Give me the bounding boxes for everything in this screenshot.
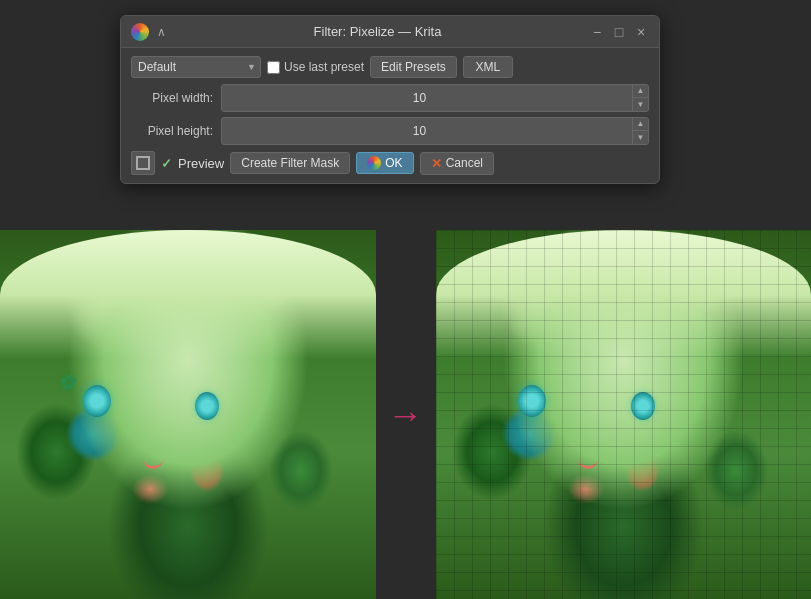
pixel-width-row: Pixel width: 10 ▲ ▼ [131, 84, 649, 112]
dialog-body: Default Custom Use last preset Edit Pres… [121, 48, 659, 183]
pixel-height-input[interactable]: 10 [222, 121, 632, 141]
filter-dialog: ∧ Filter: Pixelize — Krita − □ × Default… [120, 15, 660, 184]
original-image-panel: ✿ [0, 230, 376, 600]
pixelated-image [436, 230, 812, 600]
cancel-button[interactable]: ✕ Cancel [420, 152, 494, 175]
character-mouth-pixelated [578, 459, 598, 469]
xml-button[interactable]: XML [463, 56, 513, 78]
ok-label: OK [385, 156, 402, 170]
image-comparison-area: ✿ → [0, 230, 811, 599]
minimize-button[interactable]: − [589, 24, 605, 40]
pixel-width-up-button[interactable]: ▲ [633, 85, 648, 98]
pixel-height-row: Pixel height: 10 ▲ ▼ [131, 117, 649, 145]
right-arrow-icon: → [388, 394, 424, 436]
window-controls: − □ × [589, 24, 649, 40]
character-right-eye-pixelated [631, 392, 655, 420]
pixelated-image-panel [436, 230, 812, 600]
character-hair-pixelated [436, 230, 812, 360]
original-image: ✿ [0, 230, 376, 600]
pixel-width-down-button[interactable]: ▼ [633, 98, 648, 111]
ok-krita-icon [367, 156, 381, 170]
pixel-height-spinners: ▲ ▼ [632, 118, 648, 144]
collapse-icon[interactable]: ∧ [157, 25, 166, 39]
pixel-height-input-wrap: 10 ▲ ▼ [221, 117, 649, 145]
preset-select[interactable]: Default Custom [131, 56, 261, 78]
krita-logo-icon [131, 23, 149, 41]
pixel-width-label: Pixel width: [131, 91, 221, 105]
use-last-preset-checkbox[interactable] [267, 61, 280, 74]
character-right-eye [195, 392, 219, 420]
preset-row: Default Custom Use last preset Edit Pres… [131, 56, 649, 78]
pixel-width-input-wrap: 10 ▲ ▼ [221, 84, 649, 112]
character-mouth [143, 459, 163, 469]
maximize-button[interactable]: □ [611, 24, 627, 40]
character-left-eye-pixelated [518, 385, 546, 417]
pixel-height-label: Pixel height: [131, 124, 221, 138]
cancel-label: Cancel [446, 156, 483, 170]
preset-select-wrapper: Default Custom [131, 56, 261, 78]
ok-button[interactable]: OK [356, 152, 413, 174]
cancel-x-icon: ✕ [431, 156, 442, 171]
character-clover-icon: ✿ [60, 370, 77, 394]
character-left-eye [83, 385, 111, 417]
dialog-titlebar: ∧ Filter: Pixelize — Krita − □ × [121, 16, 659, 48]
preview-box-icon [136, 156, 150, 170]
use-last-preset-text: Use last preset [284, 60, 364, 74]
create-filter-mask-button[interactable]: Create Filter Mask [230, 152, 350, 174]
use-last-preset-label[interactable]: Use last preset [267, 60, 364, 74]
edit-presets-button[interactable]: Edit Presets [370, 56, 457, 78]
preview-checkmark-icon: ✓ [161, 156, 172, 171]
dialog-title: Filter: Pixelize — Krita [166, 24, 589, 39]
pixel-height-up-button[interactable]: ▲ [633, 118, 648, 131]
titlebar-left: ∧ [131, 23, 166, 41]
preview-label: Preview [178, 156, 224, 171]
character-hair [0, 230, 376, 360]
close-button[interactable]: × [633, 24, 649, 40]
comparison-arrow: → [376, 394, 436, 436]
preview-box-button[interactable] [131, 151, 155, 175]
pixel-width-spinners: ▲ ▼ [632, 85, 648, 111]
pixel-height-down-button[interactable]: ▼ [633, 131, 648, 144]
pixel-width-input[interactable]: 10 [222, 88, 632, 108]
action-row: ✓ Preview Create Filter Mask OK ✕ Cancel [131, 151, 649, 175]
